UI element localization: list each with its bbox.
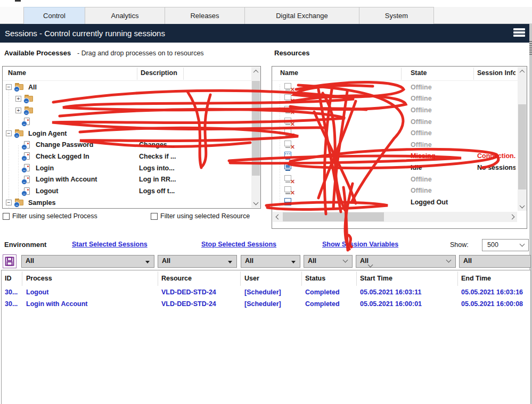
scrollbar-thumb[interactable] (252, 81, 260, 176)
column-end-time[interactable]: End Time (461, 275, 491, 282)
column-resource[interactable]: Resource (161, 275, 192, 282)
resource-missing-icon: ••• (284, 152, 294, 160)
state-label: Offline (411, 84, 432, 91)
chevron-down-icon (343, 258, 348, 263)
scrollbar-thumb[interactable] (518, 104, 526, 189)
resource-row[interactable]: ✕ Offline (272, 81, 517, 93)
resources-title: Resources (274, 49, 309, 57)
window-edge-fragment (15, 0, 21, 2)
resource-row[interactable]: ✕ Offline (272, 127, 517, 139)
process-icon (22, 152, 32, 160)
filter-process-checkbox[interactable] (3, 213, 10, 220)
process-tree-rows: All Login Agent Change Password Changes … (3, 81, 251, 208)
resource-offline-icon: ✕ (284, 129, 294, 137)
tree-row-redacted[interactable] (3, 116, 251, 128)
resource-offline-icon: ✕ (284, 141, 294, 149)
start-selected-sessions-link[interactable]: Start Selected Sessions (72, 241, 148, 248)
resource-offline-icon: ✕ (284, 94, 294, 103)
resource-row-missing[interactable]: ••• Missing Connection... (272, 151, 517, 162)
tab-analytics[interactable]: Analytics (85, 7, 165, 24)
collapse-icon[interactable] (6, 84, 12, 90)
resource-row[interactable]: ✕ Offline (272, 93, 517, 105)
column-status[interactable]: Status (305, 275, 325, 282)
scroll-up-icon[interactable] (518, 67, 527, 76)
resource-row-logged-out[interactable]: Logged Out (272, 196, 517, 208)
state-label: Offline (411, 106, 432, 114)
tab-control-label: Control (43, 12, 66, 20)
hamburger-icon[interactable] (513, 28, 526, 38)
tab-releases[interactable]: Releases (165, 7, 245, 24)
show-count-value: 500 (487, 241, 498, 249)
column-session-info[interactable]: Session Info (477, 69, 515, 77)
tree-row-redacted[interactable] (3, 104, 251, 116)
process-tree-scrollbar[interactable] (251, 67, 260, 208)
tree-row-logout[interactable]: Logout Logs off t... (3, 185, 251, 197)
resources-hscrollbar[interactable] (273, 212, 517, 222)
process-badge-icon (14, 86, 20, 92)
environment-label: Environment (4, 241, 46, 249)
resource-row[interactable]: ✕ Offline (272, 139, 517, 151)
tree-row-login-with-account[interactable]: Login with Account Log in RR... (3, 174, 251, 186)
scroll-down-icon[interactable] (518, 202, 527, 211)
scroll-left-icon[interactable] (273, 212, 282, 222)
tree-row-check-logged-in[interactable]: Check Logged In Checks if ... (3, 151, 251, 162)
save-view-button[interactable] (3, 254, 17, 268)
state-label: Logged Out (411, 199, 448, 206)
tree-row-login-agent[interactable]: Login Agent (3, 128, 251, 139)
resource-offline-icon: ✕ (284, 175, 294, 184)
resource-row[interactable]: ✕ Offline (272, 116, 517, 128)
tree-row-redacted[interactable] (3, 93, 251, 105)
tab-system[interactable]: System (359, 7, 434, 24)
column-name[interactable]: Name (280, 69, 298, 77)
state-label: Missing (411, 152, 436, 160)
column-state[interactable]: State (411, 69, 427, 77)
tree-row-change-password[interactable]: Change Password Changes ... (3, 139, 251, 151)
column-process[interactable]: Process (26, 275, 52, 282)
expand-icon[interactable] (15, 108, 21, 113)
process-tree-header: Name Description (3, 67, 260, 81)
show-count-dropdown[interactable]: 500 (482, 239, 529, 251)
scroll-right-icon[interactable] (508, 212, 517, 222)
dropdown-arrow-icon (145, 261, 150, 263)
resource-row[interactable]: ✕ Offline (272, 185, 517, 196)
column-description[interactable]: Description (141, 69, 177, 77)
column-start-time[interactable]: Start Time (360, 275, 392, 282)
tab-digital-exchange[interactable]: Digital Exchange (245, 7, 359, 24)
session-row[interactable]: 30... Logout VLD-DED-STD-24 [Scheduler] … (2, 288, 530, 300)
sessions-grid: ID Process Resource User Status Start Ti… (1, 270, 531, 404)
column-name[interactable]: Name (8, 69, 26, 77)
process-icon (22, 164, 32, 172)
collapse-icon[interactable] (6, 130, 12, 136)
filter-dropdown-status[interactable]: All (304, 255, 353, 268)
scroll-up-icon[interactable] (251, 67, 260, 76)
chevron-down-icon (520, 242, 525, 247)
column-user[interactable]: User (244, 275, 259, 282)
sessions-grid-header: ID Process Resource User Status Start Ti… (2, 270, 530, 286)
filter-resource-checkbox[interactable] (151, 213, 158, 220)
stop-selected-sessions-link[interactable]: Stop Selected Sessions (201, 241, 276, 248)
resource-row-idle[interactable]: Idle No sessions (272, 162, 517, 174)
resource-offline-icon: ✕ (284, 118, 294, 126)
filter-dropdown-end-time[interactable]: All (459, 255, 531, 268)
tree-row-all[interactable]: All (3, 81, 251, 93)
filter-dropdown-user[interactable]: All (241, 255, 300, 268)
session-row[interactable]: 30... Login with Account VLD-DED-STD-24 … (2, 300, 530, 312)
scrollbar-thumb[interactable] (283, 212, 384, 221)
expand-icon[interactable] (15, 96, 21, 102)
resource-row[interactable]: ✕ Offline (272, 174, 517, 185)
column-id[interactable]: ID (5, 275, 12, 282)
filter-dropdown-process[interactable]: All (21, 255, 154, 268)
folder-icon (15, 83, 24, 91)
available-processes-hint: - Drag and drop processes on to resource… (77, 50, 204, 57)
resource-row[interactable]: ✕ Offline (272, 104, 517, 116)
show-session-variables-link[interactable]: Show Session Variables (322, 241, 398, 248)
scroll-down-icon[interactable] (251, 199, 260, 208)
tree-row-samples[interactable]: Samples (3, 197, 251, 208)
collapse-icon[interactable] (6, 200, 12, 205)
tree-row-login[interactable]: Login Logs into... (3, 162, 251, 174)
filter-dropdown-resource[interactable]: All (158, 255, 237, 268)
process-tree-panel: Name Description All Login (2, 66, 261, 209)
resources-vscrollbar[interactable] (518, 67, 527, 211)
chevron-down-icon (446, 258, 452, 263)
tab-control[interactable]: Control (24, 7, 85, 24)
